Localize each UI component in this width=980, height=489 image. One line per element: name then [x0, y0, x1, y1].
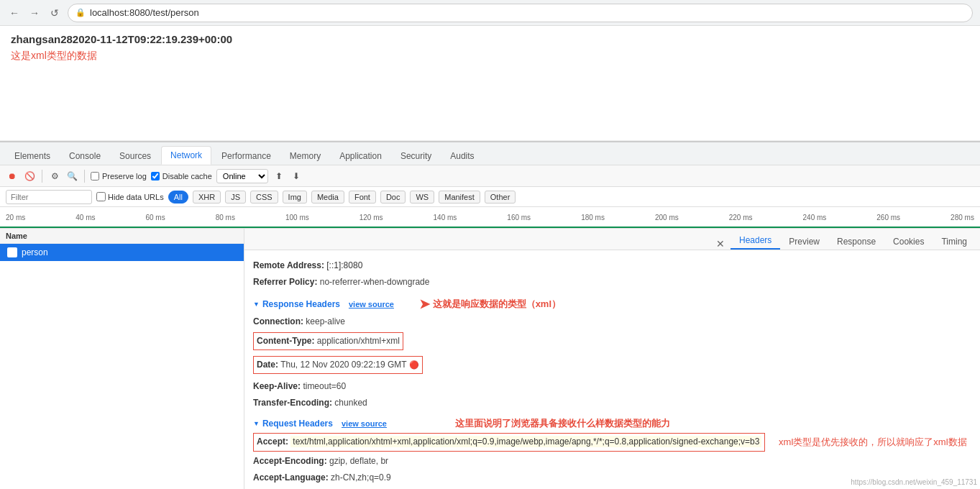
accept-value: text/html,application/xhtml+xml,applicat… — [290, 436, 761, 447]
accept-encoding-value: gzip, deflate, br — [329, 456, 388, 466]
filter-doc[interactable]: Doc — [380, 191, 406, 204]
mark-180: 180 ms — [581, 214, 605, 221]
preserve-log-checkbox[interactable] — [91, 172, 99, 180]
referrer-policy-row: Referrer Policy: no-referrer-when-downgr… — [253, 275, 971, 289]
timeline-bar: 20 ms 40 ms 60 ms 80 ms 100 ms 120 ms 14… — [0, 207, 980, 229]
address-bar[interactable]: 🔒 localhost:8080/test/person — [68, 4, 973, 22]
devtools-panel: Elements Console Sources Network Perform… — [0, 141, 980, 489]
annotation-arrow1: ➤ — [419, 296, 430, 312]
details-tab-timing[interactable]: Timing — [933, 234, 976, 250]
accept-row: Accept: text/html,application/xhtml+xml,… — [253, 433, 971, 451]
accept-language-value: zh-CN,zh;q=0.9 — [331, 472, 391, 483]
response-headers-section[interactable]: Response Headers view source ➤ 这就是响应数据的类… — [253, 296, 971, 312]
hide-data-checkbox[interactable] — [96, 192, 106, 201]
mark-140: 140 ms — [434, 214, 457, 221]
transfer-encoding-value: chunked — [334, 398, 367, 408]
date-row: Date: Thu, 12 Nov 2020 09:22:19 GMT 🔴 — [253, 356, 423, 374]
record-button[interactable]: ⏺ — [6, 170, 19, 183]
tab-audits[interactable]: Audits — [441, 147, 482, 165]
filter-ws[interactable]: WS — [410, 191, 434, 204]
connection-value: keep-alive — [306, 316, 345, 326]
tab-security[interactable]: Security — [392, 147, 440, 165]
keep-alive-row: Keep-Alive: timeout=60 — [253, 380, 971, 393]
filter-manifest[interactable]: Manifest — [439, 191, 480, 204]
accept-language-label: Accept-Language: — [253, 472, 329, 483]
devtools-toolbar: ⏺ 🚫 ⚙ 🔍 Preserve log Disable cache Onlin… — [0, 165, 980, 187]
page-content: zhangsan282020-11-12T09:22:19.239+00:00 … — [0, 26, 980, 141]
content-type-label: Content-Type: — [257, 336, 314, 346]
annotation1-text: 这就是响应数据的类型（xml） — [433, 298, 561, 311]
tab-sources[interactable]: Sources — [111, 147, 160, 165]
tab-console[interactable]: Console — [60, 147, 109, 165]
date-value: Thu, 12 Nov 2020 09:22:19 GMT — [280, 360, 406, 370]
transfer-encoding-row: Transfer-Encoding: chunked — [253, 396, 971, 410]
tab-elements[interactable]: Elements — [6, 147, 59, 165]
mark-40: 40 ms — [75, 214, 95, 221]
mark-60: 60 ms — [145, 214, 165, 221]
filter-media[interactable]: Media — [311, 191, 344, 204]
mark-160: 160 ms — [507, 214, 531, 221]
response-view-source[interactable]: view source — [349, 300, 394, 309]
tab-application[interactable]: Application — [331, 147, 390, 165]
file-item-person[interactable]: person — [0, 244, 244, 261]
mark-280: 280 ms — [951, 214, 974, 221]
watermark: https://blog.csdn.net/weixin_459_11731 — [851, 478, 977, 486]
request-headers-section[interactable]: Request Headers view source 这里面说明了浏览器具备接… — [253, 417, 971, 430]
details-tab-cookies[interactable]: Cookies — [884, 234, 933, 250]
request-view-source[interactable]: view source — [342, 419, 387, 428]
request-headers-label: Request Headers — [262, 419, 333, 429]
remote-address-row: Remote Address: [::1]:8080 — [253, 259, 971, 273]
filter-xhr[interactable]: XHR — [193, 191, 221, 204]
file-icon — [7, 247, 17, 257]
content-type-row: Content-Type: application/xhtml+xml — [253, 332, 971, 350]
details-tab-preview[interactable]: Preview — [780, 234, 828, 250]
filter-icon[interactable]: ⚙ — [48, 170, 61, 183]
export-icon[interactable]: ⬇ — [290, 170, 303, 183]
refresh-button[interactable]: ↺ — [47, 6, 62, 20]
preserve-log-text: Preserve log — [102, 172, 147, 180]
mark-80: 80 ms — [216, 214, 235, 221]
timeline-marks: 20 ms 40 ms 60 ms 80 ms 100 ms 120 ms 14… — [6, 214, 974, 221]
filter-js[interactable]: JS — [225, 191, 246, 204]
date-label: Date: — [257, 360, 278, 370]
details-tab-headers[interactable]: Headers — [731, 232, 780, 250]
details-tabs: ✕ Headers Preview Response Cookies Timin… — [244, 229, 980, 250]
url-text: localhost:8080/test/person — [90, 7, 199, 18]
filter-input[interactable] — [6, 190, 92, 204]
back-button[interactable]: ← — [7, 6, 22, 20]
response-headers-label: Response Headers — [262, 299, 340, 309]
content-type-highlight: Content-Type: application/xhtml+xml — [253, 332, 403, 350]
divider1 — [42, 170, 42, 183]
tab-memory[interactable]: Memory — [281, 147, 329, 165]
tab-performance[interactable]: Performance — [213, 147, 280, 165]
forward-button[interactable]: → — [27, 6, 42, 20]
preserve-log-label[interactable]: Preserve log — [91, 172, 147, 180]
details-tab-response[interactable]: Response — [828, 234, 884, 250]
accept-encoding-row: Accept-Encoding: gzip, deflate, br — [253, 454, 971, 468]
filter-all[interactable]: All — [168, 191, 188, 204]
accept-encoding-label: Accept-Encoding: — [253, 456, 327, 466]
filter-other[interactable]: Other — [485, 191, 516, 204]
filter-img[interactable]: Img — [283, 191, 307, 204]
devtools-tabs: Elements Console Sources Network Perform… — [0, 142, 980, 165]
browser-bar: ← → ↺ 🔒 localhost:8080/test/person — [0, 0, 980, 26]
xml-label: 这是xml类型的数据 — [11, 50, 969, 63]
mark-20: 20 ms — [6, 214, 25, 221]
filter-css[interactable]: CSS — [250, 191, 278, 204]
mark-220: 220 ms — [729, 214, 753, 221]
tab-network[interactable]: Network — [161, 146, 211, 165]
remote-address-label: Remote Address: — [253, 260, 324, 270]
connection-row: Connection: keep-alive — [253, 315, 971, 329]
referrer-policy-label: Referrer Policy: — [253, 277, 317, 287]
filter-font[interactable]: Font — [349, 191, 376, 204]
annotation2-text: 这里面说明了浏览器具备接收什么样数据类型的能力 — [455, 417, 670, 430]
hide-data-label[interactable]: Hide data URLs — [96, 192, 164, 201]
disable-cache-checkbox[interactable] — [151, 172, 160, 180]
filter-bar: Hide data URLs All XHR JS CSS Img Media … — [0, 187, 980, 207]
close-button[interactable]: ✕ — [710, 238, 731, 250]
import-icon[interactable]: ⬆ — [273, 170, 285, 183]
throttle-select[interactable]: Online Offline Slow 3G Fast 3G — [216, 169, 268, 183]
disable-cache-label[interactable]: Disable cache — [151, 172, 212, 180]
clear-button[interactable]: 🚫 — [23, 170, 36, 183]
search-icon[interactable]: 🔍 — [65, 170, 78, 183]
